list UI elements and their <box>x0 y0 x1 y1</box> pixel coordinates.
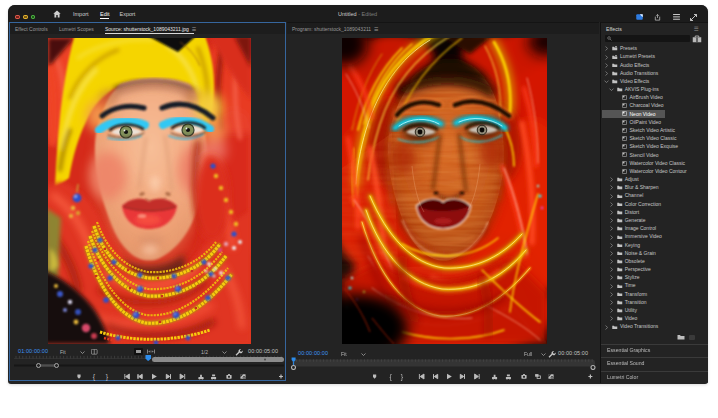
svg-text:}: } <box>106 373 109 381</box>
svg-text:{: { <box>390 373 393 381</box>
svg-text:{: { <box>93 373 96 381</box>
svg-text:}: } <box>401 373 404 381</box>
